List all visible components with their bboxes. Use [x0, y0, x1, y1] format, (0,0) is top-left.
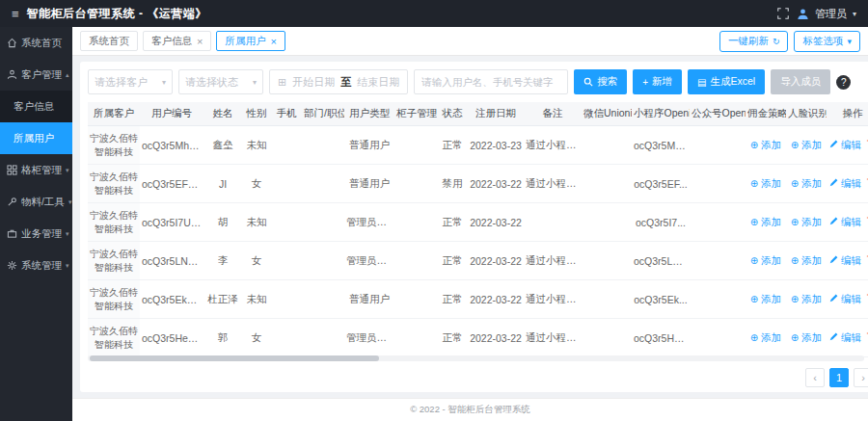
- cell-mp-openid: ocQ3r5LN...: [632, 242, 690, 280]
- face-add-link[interactable]: ⊕ 添加: [791, 254, 822, 266]
- sidebar-item-materials-tools[interactable]: 物料/工具 ▾: [0, 186, 72, 218]
- menu-icon[interactable]: ≡: [12, 7, 19, 21]
- keyword-input[interactable]: [414, 69, 568, 94]
- face-add-link[interactable]: ⊕ 添加: [791, 177, 822, 189]
- next-page-button[interactable]: ›: [854, 368, 868, 387]
- cell-remark: 通过小程序申...: [524, 280, 582, 319]
- chevron-down-icon: ▾: [66, 167, 69, 174]
- policy-add-link[interactable]: ⊕ 添加: [750, 254, 781, 266]
- page-1-button[interactable]: 1: [829, 368, 849, 387]
- search-button[interactable]: 搜索: [574, 69, 627, 94]
- cell-remark: 通过小程序申...: [524, 126, 582, 165]
- refresh-all-label: 一键刷新: [728, 35, 769, 48]
- date-separator: 至: [340, 75, 351, 90]
- import-label: 导入成员: [780, 75, 821, 89]
- sidebar-item-business-mgmt[interactable]: 业务管理 ▾: [0, 218, 72, 250]
- add-user-button[interactable]: + 新增: [633, 69, 682, 94]
- col-header-gender: 性别: [242, 102, 271, 126]
- cell-reg-date: 2022-03-22: [468, 280, 524, 319]
- col-header-policy: 佣金策略: [746, 102, 786, 126]
- cell-dept: [302, 242, 344, 280]
- sidebar-item-customer-mgmt[interactable]: 客户管理 ▴: [0, 59, 72, 91]
- sidebar-item-affiliated-users[interactable]: 所属用户: [0, 122, 72, 154]
- edit-icon: [829, 217, 838, 225]
- close-icon[interactable]: ×: [197, 36, 203, 47]
- fullscreen-icon[interactable]: [777, 8, 789, 19]
- customer-select[interactable]: 请选择客户 ▾: [88, 69, 173, 94]
- actions-cell: 编辑: [827, 203, 868, 242]
- close-icon[interactable]: ×: [270, 36, 276, 47]
- sidebar-item-cabinet-mgmt[interactable]: 格柜管理 ▾: [0, 154, 72, 186]
- edit-link[interactable]: 编辑: [829, 139, 861, 150]
- copyright-text: © 2022 - 智能柜后台管理系统: [410, 404, 530, 416]
- cell-customer: 宁波久佰特智能科技: [88, 242, 140, 280]
- policy-add-link[interactable]: ⊕ 添加: [750, 293, 781, 304]
- sidebar-item-customer-info[interactable]: 客户信息: [0, 91, 72, 122]
- cell-user-type: 普通用户: [344, 126, 394, 165]
- edit-icon: [829, 332, 838, 341]
- user-name: 管理员: [815, 7, 847, 21]
- excel-icon: ▤: [697, 77, 706, 88]
- cell-reg-date: 2022-03-22: [468, 203, 524, 242]
- user-menu[interactable]: 管理员 ▾: [797, 7, 856, 21]
- policy-add-link[interactable]: ⊕ 添加: [750, 216, 781, 227]
- cell-user-no: ocQ3r5Ek58...: [140, 280, 203, 319]
- help-icon[interactable]: ?: [836, 75, 851, 90]
- edit-link[interactable]: 编辑: [829, 254, 861, 266]
- face-add-cell: ⊕ 添加: [786, 126, 827, 165]
- policy-add-link[interactable]: ⊕ 添加: [750, 139, 781, 150]
- sidebar-item-home[interactable]: 系统首页: [0, 27, 72, 59]
- users-icon: [7, 69, 17, 80]
- edit-icon: [829, 140, 838, 148]
- cell-remark: [524, 203, 582, 242]
- tab-bar: 系统首页 客户信息 × 所属用户 × 一键刷新 ↻ 标签选项 ▾: [72, 27, 868, 56]
- circle-plus-icon: ⊕: [750, 140, 758, 150]
- col-header-remark: 备注: [524, 102, 582, 126]
- circle-plus-icon: ⊕: [791, 178, 799, 189]
- tab-home[interactable]: 系统首页: [80, 31, 138, 51]
- date-range-picker[interactable]: ⊞ 开始日期 至 结束日期: [269, 69, 408, 94]
- status-select[interactable]: 请选择状态 ▾: [178, 69, 263, 94]
- cell-name: 李: [203, 242, 242, 280]
- cell-customer: 宁波久佰特智能科技: [88, 280, 140, 319]
- refresh-icon: ↻: [773, 37, 780, 46]
- edit-icon: [829, 294, 838, 303]
- face-add-link[interactable]: ⊕ 添加: [791, 331, 822, 343]
- cell-user-no: ocQ3r5Mha8...: [140, 126, 203, 165]
- cell-user-no: ocQ3r5HeyO...: [140, 319, 203, 357]
- cell-phone: [271, 319, 302, 357]
- tab-customer-info[interactable]: 客户信息 ×: [143, 31, 211, 51]
- table-row: 宁波久佰特智能科技ocQ3r5Mha8...鑫垒未知普通用户正常2022-03-…: [88, 126, 868, 165]
- generate-excel-button[interactable]: ▤ 生成Excel: [688, 69, 765, 94]
- footer: © 2022 - 智能柜后台管理系统: [72, 398, 868, 421]
- edit-link[interactable]: 编辑: [829, 177, 861, 189]
- col-header-actions: 操作: [827, 102, 868, 126]
- tab-options-button[interactable]: 标签选项 ▾: [794, 31, 860, 52]
- prev-page-button[interactable]: ‹: [805, 368, 825, 387]
- face-add-link[interactable]: ⊕ 添加: [791, 139, 822, 150]
- tab-affiliated-users[interactable]: 所属用户 ×: [216, 31, 285, 51]
- col-header-status: 状态: [437, 102, 468, 126]
- cell-cabinet: [394, 319, 437, 357]
- horizontal-scrollbar-thumb[interactable]: [90, 355, 379, 361]
- col-header-user-type: 用户类型: [344, 102, 394, 126]
- cell-unionid: [582, 319, 632, 357]
- face-add-link[interactable]: ⊕ 添加: [791, 293, 822, 304]
- users-table: 所属客户 用户编号 姓名 性别 手机 部门/职位 用户类型 柜子管理 状态 注册…: [88, 102, 868, 357]
- table-row: 宁波久佰特智能科技ocQ3r5LNk9...李女管理员用户正常2022-03-2…: [88, 242, 868, 280]
- cell-status: 正常: [437, 203, 468, 242]
- edit-link[interactable]: 编辑: [829, 293, 861, 304]
- policy-add-link[interactable]: ⊕ 添加: [750, 177, 781, 189]
- policy-add-link[interactable]: ⊕ 添加: [750, 331, 781, 343]
- app-title: 智能柜后台管理系统 - 《运营端》: [27, 6, 207, 22]
- face-add-link[interactable]: ⊕ 添加: [791, 216, 822, 227]
- wrench-icon: [7, 197, 17, 207]
- refresh-all-button[interactable]: 一键刷新 ↻: [719, 31, 789, 52]
- cell-reg-date: 2022-03-23: [468, 126, 524, 165]
- edit-link[interactable]: 编辑: [829, 331, 861, 343]
- cell-unionid: [582, 280, 632, 319]
- import-members-button[interactable]: 导入成员: [771, 69, 830, 94]
- cell-unionid: [582, 203, 632, 242]
- edit-link[interactable]: 编辑: [829, 216, 861, 227]
- sidebar-item-system-mgmt[interactable]: 系统管理 ▾: [0, 250, 72, 281]
